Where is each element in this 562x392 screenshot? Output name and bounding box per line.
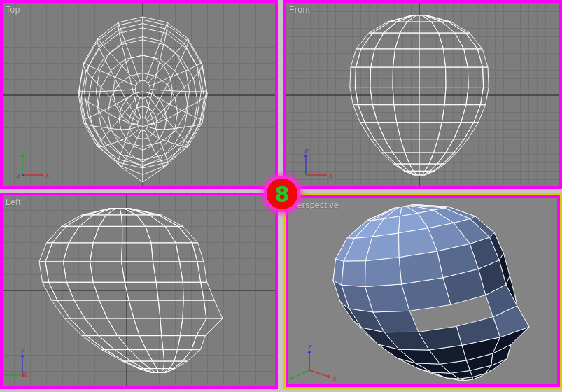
viewport-front-canvas[interactable] xyxy=(286,3,559,186)
viewport-grid: Top Front Left Perspective 8 xyxy=(0,0,562,392)
viewport-front[interactable]: Front xyxy=(283,0,562,189)
viewport-top-canvas[interactable] xyxy=(3,3,275,186)
viewport-perspective-canvas[interactable] xyxy=(288,198,557,384)
step-badge: 8 xyxy=(264,176,300,212)
step-badge-number: 8 xyxy=(274,183,290,205)
viewport-left[interactable]: Left xyxy=(0,192,278,389)
viewport-top[interactable]: Top xyxy=(0,0,278,189)
viewport-perspective[interactable]: Perspective xyxy=(286,195,560,387)
viewport-left-canvas[interactable] xyxy=(3,195,275,386)
